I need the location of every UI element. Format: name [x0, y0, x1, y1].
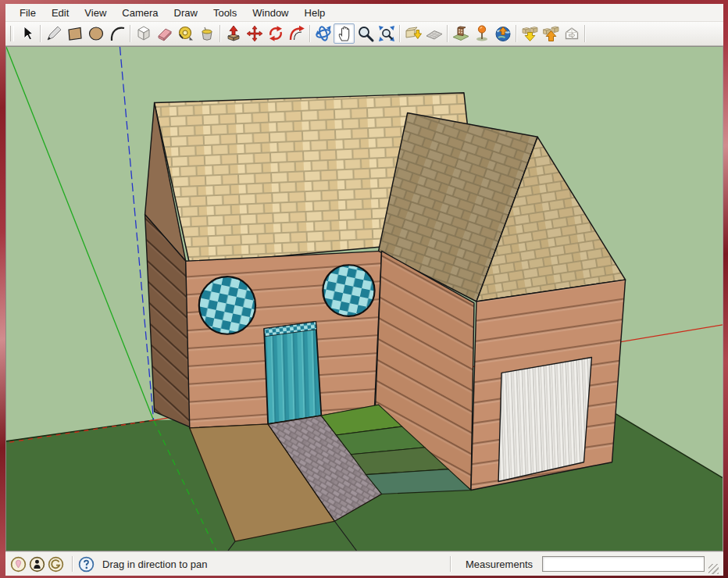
menu-camera[interactable]: Camera — [114, 5, 166, 21]
getting-started-toolbar — [5, 22, 723, 46]
terrain-icon — [425, 24, 444, 43]
orbit-tool-button[interactable] — [312, 23, 334, 44]
offset-tool-button[interactable] — [286, 23, 307, 44]
status-separator — [72, 556, 73, 572]
menu-edit[interactable]: Edit — [44, 5, 77, 21]
menu-help[interactable]: Help — [297, 5, 334, 21]
credit-icon[interactable] — [48, 556, 64, 573]
eraser-icon — [155, 24, 174, 43]
pan-hand-icon — [335, 24, 354, 43]
toolbar-separator — [447, 25, 448, 42]
component-box-icon — [134, 24, 153, 43]
toolbar-separator — [219, 25, 220, 42]
model-canvas[interactable] — [6, 47, 723, 551]
paint-bucket-button[interactable] — [196, 23, 217, 44]
photo-textures-icon — [451, 24, 470, 43]
help-icon[interactable] — [78, 556, 95, 573]
measurements-area: Measurements — [444, 552, 719, 576]
menu-view[interactable]: View — [77, 5, 114, 21]
eraser-tool-button[interactable] — [154, 23, 175, 44]
zoom-extents-icon — [377, 24, 396, 43]
share-component-button[interactable] — [561, 23, 582, 44]
round-window-left — [199, 277, 255, 334]
status-separator — [450, 556, 451, 572]
arc-tool-button[interactable] — [106, 23, 127, 44]
get-current-view-button[interactable] — [402, 23, 423, 44]
paint-bucket-icon — [198, 24, 216, 43]
preview-google-earth-button[interactable] — [492, 23, 513, 44]
move-tool-button[interactable] — [244, 23, 265, 44]
share-models-button[interactable] — [540, 23, 561, 44]
rectangle-icon — [66, 24, 84, 43]
menu-bar: File Edit View Camera Draw Tools Window … — [5, 4, 723, 22]
status-bar: Drag in direction to pan Measurements — [5, 551, 723, 576]
orbit-icon — [314, 24, 333, 43]
line-tool-button[interactable] — [43, 23, 64, 44]
make-component-button[interactable] — [133, 23, 154, 44]
measurements-label: Measurements — [456, 558, 542, 570]
component-house-icon — [562, 24, 581, 43]
select-tool-button[interactable] — [16, 23, 37, 44]
sketchup-window: File Edit View Camera Draw Tools Window … — [5, 4, 723, 576]
push-pull-button[interactable] — [223, 23, 244, 44]
claim-credit-icon[interactable] — [29, 556, 45, 573]
move-arrows-icon — [245, 24, 264, 43]
rotate-tool-button[interactable] — [265, 23, 286, 44]
toolbar-separator — [309, 25, 310, 42]
measurements-input[interactable] — [542, 556, 705, 572]
toolbar-separator — [40, 25, 41, 42]
menu-tools[interactable]: Tools — [205, 5, 244, 21]
resize-grip[interactable] — [708, 564, 719, 574]
rotate-arrows-icon — [266, 24, 285, 43]
photo-textures-button[interactable] — [450, 23, 471, 44]
arc-icon — [108, 24, 127, 43]
zoom-extents-button[interactable] — [376, 23, 397, 44]
select-cursor-icon — [18, 24, 37, 43]
round-window-right — [323, 265, 374, 316]
geolocation-status-icon[interactable] — [10, 556, 27, 573]
pan-tool-button[interactable] — [334, 23, 355, 44]
toolbar-separator — [516, 25, 516, 42]
google-earth-globe-icon — [494, 24, 512, 43]
tape-measure-icon — [177, 24, 195, 43]
get-view-folder-icon — [404, 24, 423, 43]
push-pull-icon — [224, 24, 243, 43]
pencil-icon — [45, 24, 63, 43]
toolbar-grip[interactable] — [10, 26, 14, 41]
status-hint: Drag in direction to pan — [102, 558, 207, 570]
toolbar-separator — [399, 25, 400, 42]
add-location-button[interactable] — [471, 23, 492, 44]
share-models-icon — [541, 24, 560, 43]
circle-icon — [87, 24, 105, 43]
circle-tool-button[interactable] — [85, 23, 106, 44]
garage-door-ribs — [498, 358, 591, 482]
model-viewport — [5, 46, 723, 551]
location-pin-icon — [473, 24, 491, 43]
get-models-button[interactable] — [519, 23, 540, 44]
toolbar-separator — [130, 25, 130, 42]
get-models-icon — [520, 24, 539, 43]
toolbar-separator — [584, 25, 585, 42]
menu-file[interactable]: File — [12, 5, 44, 21]
tape-measure-button[interactable] — [175, 23, 196, 44]
front-door — [264, 322, 321, 424]
zoom-tool-button[interactable] — [355, 23, 376, 44]
rectangle-tool-button[interactable] — [64, 23, 85, 44]
magnifier-icon — [356, 24, 375, 43]
offset-arrow-icon — [287, 24, 306, 43]
toggle-terrain-button[interactable] — [423, 23, 444, 44]
menu-draw[interactable]: Draw — [166, 5, 205, 21]
menu-window[interactable]: Window — [244, 5, 296, 21]
